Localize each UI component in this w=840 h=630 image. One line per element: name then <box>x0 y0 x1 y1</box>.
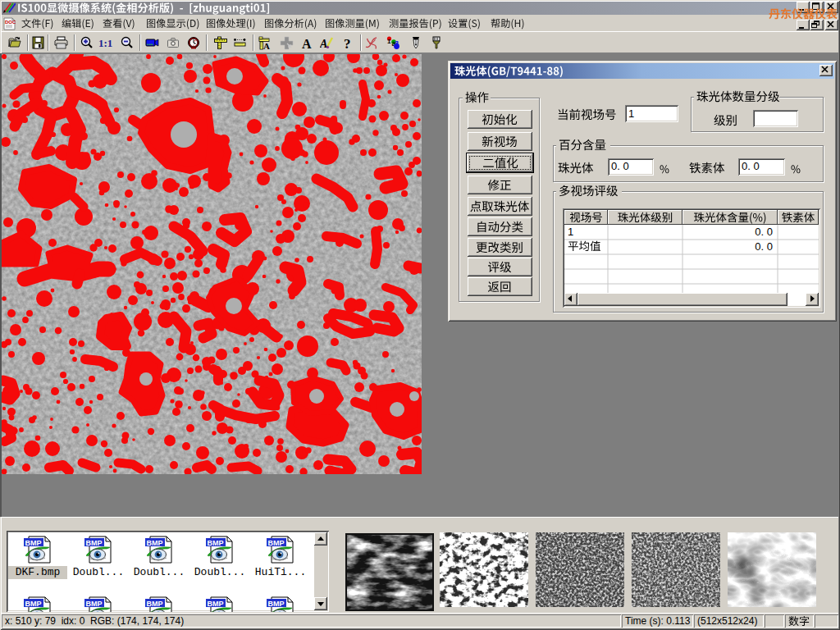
svg-text:BMP: BMP <box>147 600 163 608</box>
svg-text:BMP: BMP <box>268 600 285 608</box>
svg-text:BMP: BMP <box>208 600 224 608</box>
svg-text:A: A <box>302 37 312 51</box>
svg-text:1: 1 <box>387 38 391 45</box>
svg-text:3: 3 <box>395 39 399 48</box>
svg-text:BMP: BMP <box>25 600 42 608</box>
svg-text:?: ? <box>344 36 351 50</box>
svg-text:A: A <box>263 41 270 50</box>
svg-text:BMP: BMP <box>25 539 42 547</box>
svg-text:BMP: BMP <box>268 539 285 547</box>
svg-text:BMP: BMP <box>147 539 163 547</box>
svg-text:BMP: BMP <box>208 539 224 547</box>
svg-text:DOC: DOC <box>5 20 16 25</box>
svg-text:BMP: BMP <box>86 600 103 608</box>
svg-text:A: A <box>320 38 327 50</box>
svg-text:1:1: 1:1 <box>98 37 112 49</box>
svg-text:BMP: BMP <box>86 539 103 547</box>
